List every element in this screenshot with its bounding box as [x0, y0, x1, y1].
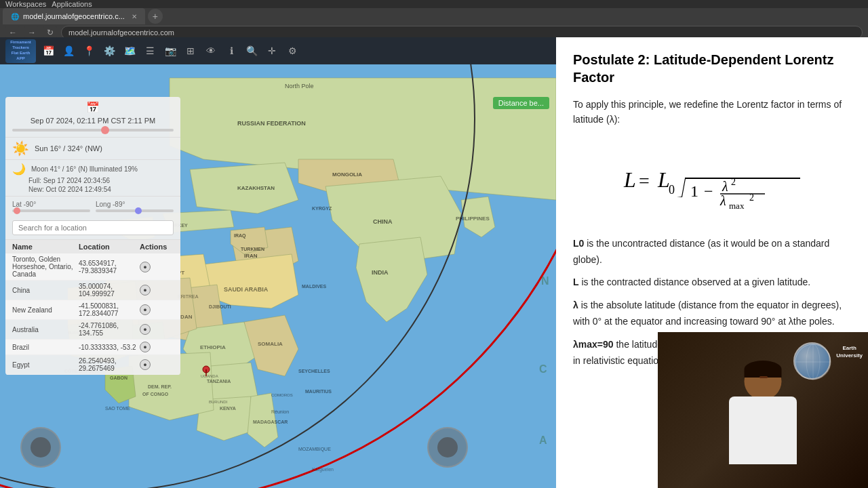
intro-text: To apply this principle, we redefine the… — [573, 97, 851, 127]
tab-label: model.journalofgeocentrico.c... — [23, 12, 125, 20]
logo-line4: APP — [10, 56, 31, 62]
joystick-left-inner — [31, 437, 51, 458]
row-action[interactable]: ● — [140, 342, 174, 352]
svg-text:IRAQ: IRAQ — [234, 233, 246, 239]
svg-text:MONGOLIA: MONGOLIA — [332, 171, 362, 178]
svg-text:λ: λ — [722, 179, 728, 194]
svg-text:A: A — [539, 434, 547, 446]
logo-line3: Flat Earth — [10, 51, 31, 56]
svg-text:max: max — [729, 201, 745, 211]
svg-text:SEYCHELLES: SEYCHELLES — [298, 369, 330, 373]
svg-text:2: 2 — [749, 192, 754, 203]
svg-text:MADAGASCAR: MADAGASCAR — [253, 420, 288, 424]
svg-text:MOZAMBIQUE: MOZAMBIQUE — [298, 447, 331, 452]
svg-text:UGANDA: UGANDA — [201, 374, 218, 378]
svg-text:DJIBOUTI: DJIBOUTI — [209, 304, 231, 309]
svg-text:1: 1 — [690, 182, 698, 200]
svg-text:IRAN: IRAN — [244, 253, 258, 259]
applications-menu[interactable]: Applications — [52, 0, 92, 8]
row-location: 26.2540493, 29.2675469 — [79, 357, 140, 372]
search-icon[interactable]: 🔍 — [243, 43, 260, 59]
svg-text:KENYA: KENYA — [220, 406, 236, 411]
svg-text:2: 2 — [731, 177, 736, 187]
eye-icon[interactable]: 👁 — [203, 43, 219, 59]
date-section: 📅 Sep 07 2024, 02:11 PM CST 2:11 PM — [5, 97, 180, 138]
gear-icon[interactable]: ⚙ — [284, 43, 300, 59]
person-silhouette — [702, 359, 824, 488]
svg-text:L: L — [657, 167, 670, 192]
table-row: China 35.000074, 104.999927 ● — [5, 281, 180, 300]
settings-icon[interactable]: ⚙️ — [101, 43, 117, 59]
search-box — [5, 216, 180, 240]
row-name: Egypt — [12, 361, 79, 369]
list-icon[interactable]: ☰ — [142, 43, 158, 59]
row-location: 43.6534917, -79.3839347 — [79, 260, 140, 274]
full-moon-text: Full: Sep 17 2024 20:34:56 — [28, 177, 174, 184]
col-name: Name — [12, 243, 79, 251]
table-row: Brazil -10.3333333, -53.2 ● — [5, 340, 180, 355]
lng-label: Long -89° — [96, 201, 174, 208]
def-L0: L0 is the uncontracted distance (as it w… — [573, 236, 851, 268]
svg-text:TANZANIA: TANZANIA — [207, 379, 231, 384]
map-background[interactable]: RUSSIAN FEDERATION MONGOLIA CHINA KAZAKH… — [0, 64, 556, 488]
svg-text:ETHIOPIA: ETHIOPIA — [200, 344, 226, 350]
svg-text:PHILIPPINES: PHILIPPINES — [456, 216, 490, 222]
workspaces-menu[interactable]: Workspaces — [5, 0, 46, 8]
col-location: Location — [79, 243, 140, 251]
svg-text:Réunion: Réunion — [271, 409, 289, 414]
svg-text:BURUNDI: BURUNDI — [209, 400, 228, 404]
map-panel: Firmament Trackers Flat Earth APP 📅 👤 📍 … — [0, 37, 556, 488]
location-search[interactable] — [12, 220, 174, 235]
app-logo: Firmament Trackers Flat Earth APP — [5, 39, 36, 63]
calendar-icon[interactable]: 📅 — [40, 43, 56, 59]
sun-info: Sun 16° / 324° (NW) — [35, 144, 102, 152]
person-icon[interactable]: 👤 — [60, 43, 77, 59]
row-location: -10.3333333, -53.2 — [79, 344, 140, 351]
grid-icon[interactable]: ⊞ — [182, 43, 199, 59]
row-action[interactable]: ● — [140, 359, 174, 370]
row-action[interactable]: ● — [140, 324, 174, 335]
svg-text:MALDIVES: MALDIVES — [302, 284, 327, 289]
svg-text:SAO TOME: SAO TOME — [105, 406, 130, 411]
svg-text:C: C — [539, 363, 547, 375]
svg-text:CHINA: CHINA — [373, 218, 393, 225]
postulate-title: Postulate 2: Latitude-Dependent Lorentz … — [573, 51, 851, 86]
row-name: Brazil — [12, 344, 79, 351]
svg-text:DEM. REP.: DEM. REP. — [148, 384, 172, 389]
svg-text:λ: λ — [719, 193, 726, 208]
crosshair-icon[interactable]: ✛ — [264, 43, 280, 59]
video-icon[interactable]: 📷 — [162, 43, 178, 59]
new-moon-text: New: Oct 02 2024 12:49:54 — [28, 186, 174, 193]
row-action[interactable]: ● — [140, 304, 174, 315]
layers-icon[interactable]: 🗺️ — [121, 43, 138, 59]
time-slider-container — [12, 127, 174, 133]
distance-badge: Distance be... — [493, 97, 549, 109]
svg-text:SAUDI ARABIA: SAUDI ARABIA — [224, 286, 269, 293]
text-panel: Postulate 2: Latitude-Dependent Lorentz … — [556, 37, 868, 488]
joystick-right[interactable] — [427, 427, 468, 468]
pin-icon[interactable]: 📍 — [81, 43, 97, 59]
def-L: L is the contracted distance observed at… — [573, 274, 851, 291]
joystick-left[interactable] — [20, 427, 61, 468]
row-action[interactable]: ● — [140, 285, 174, 296]
poles-text: λ — [789, 316, 793, 327]
locations-table: Name Location Actions Toronto, Golden Ho… — [5, 240, 180, 375]
svg-text:INDIA: INDIA — [372, 269, 389, 276]
row-action[interactable]: ● — [140, 262, 174, 272]
moon-heading: Moon 41° / 16° (N) Illuminated 19% — [31, 165, 138, 173]
info-icon[interactable]: ℹ — [223, 43, 239, 59]
row-location: -41.5000831, 172.8344077 — [79, 302, 140, 317]
svg-text:SOMALIA: SOMALIA — [258, 341, 283, 347]
info-panel: 📅 Sep 07 2024, 02:11 PM CST 2:11 PM ☀️ S… — [5, 97, 180, 375]
person-video: EarthUniversity — [658, 332, 868, 488]
svg-text:RUSSIAN FEDERATION: RUSSIAN FEDERATION — [237, 120, 306, 127]
new-tab-button[interactable]: + — [148, 9, 163, 24]
table-row: Toronto, Golden Horseshoe, Ontario, Cana… — [5, 253, 180, 281]
svg-text:OF CONGO: OF CONGO — [142, 392, 169, 396]
table-row: Australia -24.7761086, 134.755 ● — [5, 320, 180, 340]
svg-text:N: N — [541, 275, 549, 287]
active-tab[interactable]: 🌐 model.journalofgeocentrico.c... ✕ — [3, 8, 145, 24]
lat-label: Lat -90° — [12, 201, 90, 208]
app-toolbar: Firmament Trackers Flat Earth APP 📅 👤 📍 … — [0, 37, 556, 64]
table-row: Egypt 26.2540493, 29.2675469 ● — [5, 355, 180, 375]
